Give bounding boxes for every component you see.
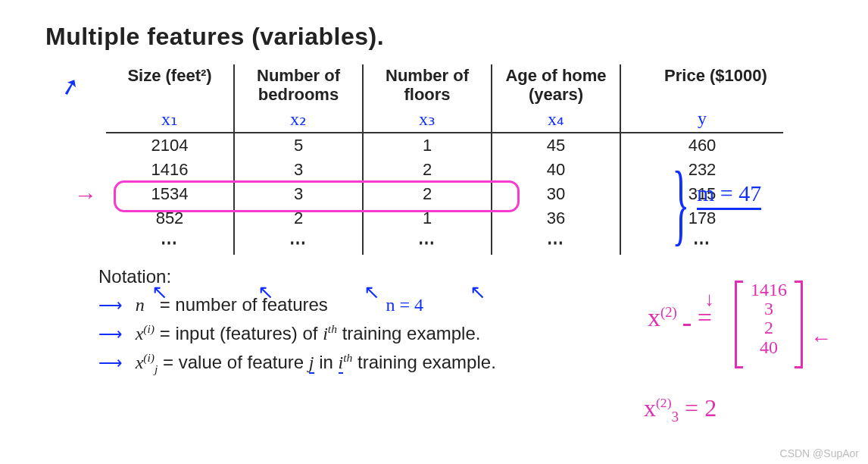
cell: 1534 xyxy=(106,182,234,206)
ellipsis: ⋯ xyxy=(492,230,620,255)
arrow-icon: ⟶ xyxy=(98,321,126,347)
cell: 852 xyxy=(106,206,234,230)
cell: 3 xyxy=(234,158,363,182)
notation-xij: ⟶ x(i)j = value of feature j in ith trai… xyxy=(98,348,823,378)
watermark: CSDN @SupAor xyxy=(780,447,859,459)
cell: 1 xyxy=(363,206,492,230)
xi-def-c: th xyxy=(328,322,337,335)
notation-heading: Notation: xyxy=(98,262,823,290)
n-equals-annot: n = 4 xyxy=(386,295,424,315)
xij-def-e: th xyxy=(343,351,352,364)
col-header-bedrooms: Number ofbedrooms xyxy=(234,64,363,106)
cell: 1416 xyxy=(106,158,234,182)
xij-def-a: = value of feature xyxy=(163,352,309,372)
xij-symbol: x(i)j xyxy=(136,353,158,372)
cell: 2 xyxy=(363,182,492,206)
cell: 1 xyxy=(363,133,492,158)
cell: 45 xyxy=(492,133,620,158)
ellipsis: ⋯ xyxy=(620,230,783,255)
notation-n: ⟶ n = number of features n = 4 xyxy=(98,290,823,319)
ellipsis: ⋯ xyxy=(234,230,363,255)
xi-symbol: x(i) xyxy=(136,324,155,343)
cell: 3 xyxy=(234,182,363,206)
col-header-price: Price ($1000) xyxy=(620,64,783,106)
xi-def-d: training example. xyxy=(337,323,480,343)
table-row: 1416 3 2 40 232 xyxy=(106,158,783,182)
n-def: = number of features xyxy=(160,294,328,315)
ellipsis-row: ⋯ ⋯ ⋯ ⋯ ⋯ xyxy=(106,230,783,255)
cell: 30 xyxy=(492,182,620,206)
cell: 315 xyxy=(620,182,783,206)
var-x2: x₂ xyxy=(234,106,363,133)
ellipsis: ⋯ xyxy=(363,230,492,255)
slide-title: Multiple features (variables). xyxy=(45,23,823,51)
notation-block: Notation: ⟶ n = number of features n = 4… xyxy=(98,262,823,379)
table-row: 1534 3 2 30 315 xyxy=(106,182,783,206)
cell: 2 xyxy=(363,158,492,182)
cell: 2104 xyxy=(106,133,234,158)
header-row-1: Size (feet²) Number ofbedrooms Number of… xyxy=(106,64,783,106)
notation-xi: ⟶ x(i) = input (features) of ith trainin… xyxy=(98,319,823,348)
cell: 2 xyxy=(234,206,363,230)
ellipsis: ⋯ xyxy=(106,230,234,255)
table-row: 852 2 1 36 178 xyxy=(106,206,783,230)
col-header-size: Size (feet²) xyxy=(106,64,234,106)
var-x4: x₄ xyxy=(492,106,620,133)
xi-def-a: = input (features) of xyxy=(160,323,323,343)
xij-def-f: training example. xyxy=(352,352,495,372)
xi-def-b: i xyxy=(323,324,328,343)
cell: 178 xyxy=(620,206,783,230)
col-header-age: Age of home(years) xyxy=(492,64,620,106)
arrow-icon: ⟶ xyxy=(98,350,126,376)
xij-def-b: j xyxy=(309,353,314,374)
cell: 232 xyxy=(620,158,783,182)
variable-row: x₁ x₂ x₃ x₄ y xyxy=(106,106,783,133)
table-row: 2104 5 1 45 460 xyxy=(106,133,783,158)
cell: 36 xyxy=(492,206,620,230)
var-x1: x₁ xyxy=(106,106,234,133)
data-table: Size (feet²) Number ofbedrooms Number of… xyxy=(106,64,783,255)
var-y: y xyxy=(620,106,783,133)
xij-def-c: in xyxy=(314,352,339,372)
arrow-icon: ⟶ xyxy=(98,293,126,318)
col-header-floors: Number offloors xyxy=(363,64,492,106)
cell: 5 xyxy=(234,133,363,158)
var-x3: x₃ xyxy=(363,106,492,133)
cell: 460 xyxy=(620,133,783,158)
n-symbol: n xyxy=(136,295,145,315)
cell: 40 xyxy=(492,158,620,182)
